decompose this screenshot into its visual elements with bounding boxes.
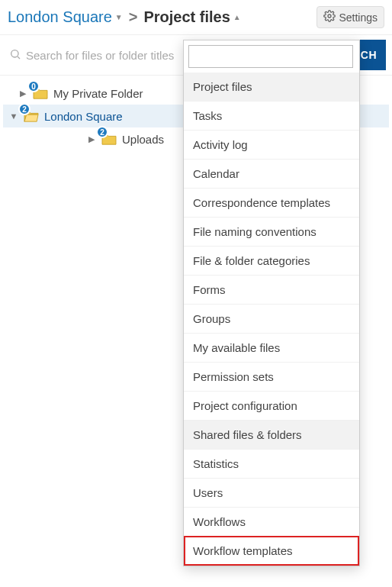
chevron-right-icon[interactable]: ▶: [87, 134, 96, 144]
settings-label: Settings: [339, 11, 378, 24]
dropdown-list[interactable]: Project filesTasksActivity logCalendarCo…: [184, 73, 359, 566]
dropdown-item[interactable]: Project configuration: [184, 391, 359, 420]
svg-line-2: [18, 56, 20, 59]
dropdown-item[interactable]: Users: [184, 478, 359, 507]
chevron-down-icon: ▼: [115, 13, 123, 21]
dropdown-item[interactable]: Workflow templates: [184, 536, 359, 566]
dropdown-item[interactable]: Groups: [184, 304, 359, 333]
folder-icon: 2: [101, 132, 117, 146]
count-badge: 2: [18, 103, 31, 115]
svg-point-0: [328, 15, 331, 18]
dropdown-item[interactable]: Forms: [184, 275, 359, 304]
count-badge: 0: [27, 80, 40, 92]
dropdown-item[interactable]: Calendar: [184, 159, 359, 188]
chevron-down-icon[interactable]: ▼: [9, 111, 18, 121]
tree-item-label: London Square: [44, 110, 123, 123]
search-icon: [9, 48, 21, 63]
count-badge: 2: [96, 126, 108, 138]
section-dropdown: Project filesTasksActivity logCalendarCo…: [183, 40, 360, 566]
dropdown-item[interactable]: Workflows: [184, 507, 359, 536]
dropdown-item[interactable]: Correspondence templates: [184, 188, 359, 217]
svg-point-1: [11, 50, 18, 56]
breadcrumb-bar: London Square ▼ > Project files ▲ Settin…: [0, 0, 392, 34]
gear-icon: [323, 10, 336, 24]
chevron-up-icon: ▲: [233, 13, 241, 21]
breadcrumb-current[interactable]: Project files ▲: [143, 8, 240, 26]
breadcrumb-current-label: Project files: [143, 8, 230, 26]
breadcrumb-root[interactable]: London Square ▼: [8, 8, 123, 26]
dropdown-item[interactable]: Statistics: [184, 449, 359, 478]
dropdown-item[interactable]: Tasks: [184, 101, 359, 130]
dropdown-item[interactable]: Permission sets: [184, 362, 359, 391]
folder-open-icon: 2: [23, 109, 40, 123]
dropdown-item[interactable]: File & folder categories: [184, 246, 359, 275]
tree-item-label: Uploads: [122, 133, 164, 146]
chevron-right-icon[interactable]: ▶: [18, 89, 27, 98]
dropdown-item[interactable]: File naming conventions: [184, 217, 359, 246]
dropdown-item[interactable]: Shared files & folders: [184, 420, 359, 449]
dropdown-item[interactable]: Project files: [184, 73, 359, 101]
breadcrumb-root-label: London Square: [8, 8, 112, 26]
folder-icon: 0: [32, 86, 49, 100]
tree-item-label: My Private Folder: [53, 87, 143, 100]
dropdown-item[interactable]: My available files: [184, 333, 359, 362]
breadcrumb-separator: >: [129, 8, 138, 26]
dropdown-filter-input[interactable]: [188, 45, 353, 68]
dropdown-item[interactable]: Activity log: [184, 130, 359, 159]
settings-button[interactable]: Settings: [316, 6, 384, 28]
